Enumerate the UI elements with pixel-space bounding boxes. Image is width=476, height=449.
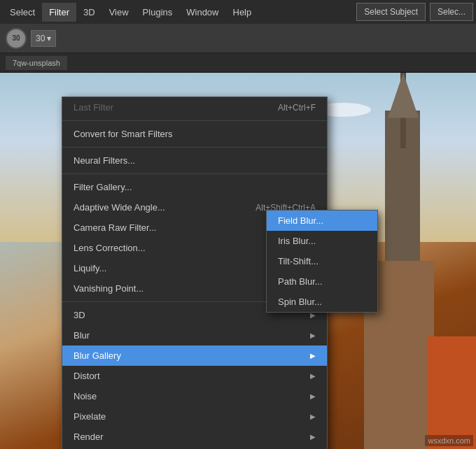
select-and-mask-button[interactable]: Selec... <box>430 3 473 21</box>
menu-item-distort[interactable]: Distort ▶ <box>62 366 327 386</box>
menu-item-neural[interactable]: Neural Filters... <box>62 150 327 171</box>
submenu-item-iris-blur[interactable]: Iris Blur... <box>267 231 377 251</box>
separator-3 <box>62 173 327 174</box>
menu-item-filter[interactable]: Filter <box>42 3 76 22</box>
menu-item-filter-gallery[interactable]: Filter Gallery... <box>62 177 327 197</box>
menu-item-blur-gallery[interactable]: Blur Gallery ▶ <box>62 345 327 366</box>
brush-size-dropdown[interactable]: 30 ▾ <box>31 30 56 47</box>
submenu-item-path-blur[interactable]: Path Blur... <box>267 271 377 292</box>
doc-tab-bar: 7qw-unsplash <box>0 53 476 73</box>
menu-item-plugins[interactable]: Plugins <box>136 3 180 22</box>
main-content: Last Filter Alt+Ctrl+F Convert for Smart… <box>0 73 476 449</box>
menu-item-help[interactable]: Help <box>226 3 259 22</box>
submenu-arrow-distort: ▶ <box>310 372 316 380</box>
submenu-arrow-blur: ▶ <box>310 332 316 339</box>
blur-gallery-submenu: Field Blur... Iris Blur... Tilt-Shift...… <box>266 210 378 313</box>
menu-item-view[interactable]: View <box>102 3 136 22</box>
menu-item-pixelate[interactable]: Pixelate ▶ <box>62 406 327 427</box>
building-red <box>427 336 476 449</box>
select-subject-button[interactable]: Select Subject <box>356 3 426 21</box>
brush-tool-circle[interactable]: 30 <box>6 28 27 49</box>
submenu-arrow-render: ▶ <box>310 433 316 441</box>
submenu-arrow-noise: ▶ <box>310 392 316 400</box>
menu-item-render[interactable]: Render ▶ <box>62 427 327 447</box>
menu-item-noise[interactable]: Noise ▶ <box>62 386 327 406</box>
separator-2 <box>62 147 327 148</box>
submenu-item-spin-blur[interactable]: Spin Blur... <box>267 292 377 312</box>
submenu-arrow-pixelate: ▶ <box>310 413 316 420</box>
menu-item-blur[interactable]: Blur ▶ <box>62 325 327 345</box>
menu-item-convert-smart[interactable]: Convert for Smart Filters <box>62 124 327 144</box>
menu-item-3d[interactable]: 3D <box>76 3 102 22</box>
doc-tab[interactable]: 7qw-unsplash <box>6 56 67 70</box>
menu-item-last-filter[interactable]: Last Filter Alt+Ctrl+F <box>62 97 327 117</box>
menu-item-select[interactable]: Select <box>3 3 42 22</box>
separator-1 <box>62 120 327 121</box>
submenu-item-field-blur[interactable]: Field Blur... <box>267 211 377 231</box>
submenu-arrow-blur-gallery: ▶ <box>310 352 316 359</box>
menu-item-window[interactable]: Window <box>179 3 225 22</box>
menu-bar: Select Filter 3D View Plugins Window Hel… <box>0 0 476 24</box>
brush-size-label: 30 <box>12 34 20 42</box>
toolbar: 30 30 ▾ <box>0 24 476 53</box>
watermark: wsxdxn.com <box>425 435 473 446</box>
submenu-item-tilt-shift[interactable]: Tilt-Shift... <box>267 251 377 271</box>
